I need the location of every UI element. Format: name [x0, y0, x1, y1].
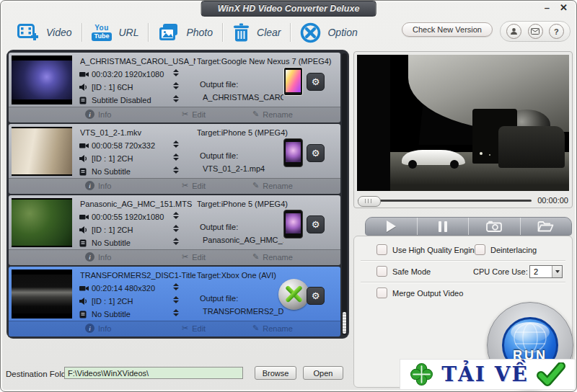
url-button-label: URL [118, 27, 138, 38]
scissors-icon: ✂ [182, 181, 188, 190]
clover-icon [410, 362, 433, 386]
output-file-name: Panasonic_AG_HMC_151. [203, 236, 283, 244]
photo-icon [158, 23, 180, 42]
pause-button[interactable] [418, 218, 470, 235]
video-thumbnail [12, 270, 72, 318]
info-button[interactable]: iInfo [85, 324, 111, 333]
list-item[interactable]: A_CHRISTMAS_CAROL_USA_NEW_Ma Target:Goog… [9, 53, 340, 122]
close-button[interactable]: ✕ [560, 2, 568, 14]
audio-track: [ID : 1] 2CH [92, 226, 133, 234]
list-item[interactable]: VTS_01_2-1.mkv Target:iPhone 5 (MPEG4) 0… [9, 124, 340, 194]
rename-button[interactable]: ✎Rename [252, 252, 293, 262]
seek-handle[interactable] [358, 196, 381, 207]
checkbox-box[interactable] [376, 288, 387, 298]
add-photo-button[interactable]: Photo [149, 19, 222, 45]
browse-button[interactable]: Browse [255, 366, 296, 380]
option-tools-icon [300, 22, 321, 43]
cpu-core-select[interactable]: 2 [529, 265, 563, 278]
subtitle-spinner[interactable] [173, 309, 179, 316]
audio-track-spinner[interactable] [173, 82, 179, 89]
chevron-down-icon[interactable] [552, 266, 562, 277]
audio-track-spinner[interactable] [173, 225, 179, 232]
merge-output-checkbox[interactable]: Merge Output Video [376, 288, 463, 298]
rename-button[interactable]: ✎Rename [252, 181, 293, 190]
account-icon[interactable] [506, 24, 521, 39]
destination-folder-input[interactable] [64, 367, 243, 379]
info-button[interactable]: iInfo [85, 252, 111, 262]
target-device-iphone-icon[interactable] [283, 138, 303, 167]
play-button[interactable] [366, 218, 418, 235]
subtitle-icon [79, 239, 89, 247]
edit-button[interactable]: ✂Edit [182, 110, 206, 119]
output-file-label: Output file: [200, 151, 238, 160]
app-window: WinX HD Video Converter Deluxe – ✕ Video… [0, 0, 577, 392]
subtitle-spinner[interactable] [173, 238, 179, 245]
video-track-spinner[interactable] [173, 283, 179, 290]
output-file-label: Output file: [200, 294, 238, 303]
target-format: Target:iPhone 5 (MPEG4) [197, 128, 340, 137]
checkbox-box[interactable] [475, 244, 485, 255]
mail-icon[interactable] [528, 24, 543, 39]
edit-button[interactable]: ✂Edit [182, 181, 206, 190]
deinterlacing-checkbox[interactable]: Deinterlacing [475, 244, 537, 255]
high-quality-checkbox[interactable]: Use High Quality Engine [376, 244, 479, 255]
video-track-spinner[interactable] [173, 212, 179, 219]
checkbox-box[interactable] [376, 244, 387, 255]
file-name: A_CHRISTMAS_CAROL_USA_NEW_Ma [80, 57, 195, 66]
info-icon: i [85, 110, 94, 119]
target-device-iphone-icon[interactable] [283, 210, 303, 239]
minimize-button[interactable]: – [545, 2, 550, 14]
subtitle-spinner[interactable] [173, 166, 179, 174]
video-thumbnail [12, 198, 72, 247]
help-icon[interactable]: ? [549, 24, 564, 39]
list-scrollbar[interactable] [342, 53, 347, 335]
list-item[interactable]: Panasonic_AG_HMC_151.MTS Target:iPhone 5… [9, 195, 340, 265]
option-button[interactable]: Option [291, 19, 366, 45]
video-duration: 00:20:14 [92, 284, 123, 293]
add-video-button[interactable]: Video [8, 19, 82, 45]
download-banner[interactable]: TẢI VỀ [400, 359, 576, 390]
file-name: VTS_01_2-1.mkv [80, 128, 195, 137]
edit-button[interactable]: ✂Edit [182, 252, 206, 262]
info-button[interactable]: iInfo [85, 110, 111, 119]
cpu-core-value: 2 [530, 267, 552, 276]
video-resolution: 1920x1080 [125, 213, 164, 221]
rename-button[interactable]: ✎Rename [252, 324, 293, 333]
trash-icon [232, 23, 250, 43]
open-button[interactable]: Open [303, 366, 343, 380]
checkbox-box[interactable] [376, 266, 387, 277]
file-name: Panasonic_AG_HMC_151.MTS [80, 200, 195, 208]
list-item-selected[interactable]: TRANSFORMERS2_DISC1-Title76.mp4 Target:X… [9, 267, 340, 337]
divider [361, 282, 565, 282]
scrollbar-thumb[interactable] [343, 312, 346, 334]
audio-track: [ID : 1] 6CH [92, 83, 133, 92]
check-new-version-button[interactable]: Check New Version [402, 22, 493, 37]
video-track-spinner[interactable] [173, 141, 179, 148]
settings-gear-button[interactable]: ⚙ [307, 215, 325, 233]
folder-icon [537, 220, 554, 232]
snapshot-button[interactable] [469, 218, 521, 235]
subtitle-spinner[interactable] [173, 95, 179, 102]
open-output-folder-button[interactable] [521, 218, 572, 235]
settings-gear-button[interactable]: ⚙ [307, 287, 325, 305]
audio-track-spinner[interactable] [173, 153, 179, 161]
seek-bar[interactable] [358, 200, 532, 202]
edit-button[interactable]: ✂Edit [182, 324, 206, 333]
audio-speaker-icon [79, 155, 89, 162]
info-icon: i [85, 252, 94, 262]
clear-button[interactable]: Clear [223, 19, 290, 45]
settings-gear-button[interactable]: ⚙ [307, 73, 325, 91]
rename-button[interactable]: ✎Rename [252, 110, 293, 119]
check-icon [537, 362, 565, 386]
settings-gear-button[interactable]: ⚙ [307, 144, 325, 162]
safe-mode-checkbox[interactable]: Safe Mode [376, 266, 431, 277]
add-url-button[interactable]: You Tube URL [82, 19, 149, 45]
info-button[interactable]: iInfo [85, 181, 111, 190]
target-device-nexus7-icon[interactable] [283, 67, 303, 96]
pencil-icon: ✎ [252, 324, 259, 333]
video-track-spinner[interactable] [173, 69, 179, 76]
target-device-xbox-icon[interactable] [278, 279, 309, 310]
playback-controls [365, 217, 572, 236]
preview-panel: 00:00:00 [353, 51, 573, 208]
audio-track-spinner[interactable] [173, 296, 179, 303]
